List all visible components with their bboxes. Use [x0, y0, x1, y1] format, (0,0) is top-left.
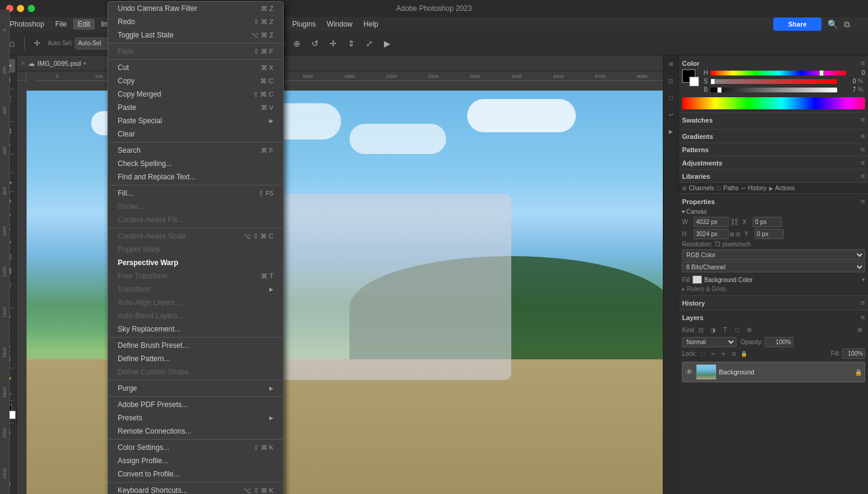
ctx-search-shortcut: ⌘ F [261, 147, 273, 155]
ctx-paste[interactable]: Paste ⌘ V [108, 101, 283, 114]
ctx-cut[interactable]: Cut ⌘ X [108, 61, 283, 74]
ctx-transform[interactable]: Transform ▶ [108, 283, 283, 296]
sep-10 [108, 482, 283, 483]
ctx-copy[interactable]: Copy ⌘ C [108, 74, 283, 88]
ctx-free-transform-label: Free Transform [118, 272, 167, 280]
sep-2 [108, 59, 283, 60]
ctx-content-aware-fill-label: Content-Aware Fill... [118, 216, 183, 224]
ctx-pdf-presets[interactable]: Adobe PDF Presets... [108, 398, 283, 411]
ctx-free-transform[interactable]: Free Transform ⌘ T [108, 269, 283, 283]
transform-arrow: ▶ [269, 286, 273, 292]
ctx-define-brush-label: Define Brush Preset... [118, 341, 188, 350]
ctx-pdf-presets-label: Adobe PDF Presets... [118, 400, 188, 409]
ctx-fill[interactable]: Fill... ⇧ F5 [108, 187, 283, 200]
ctx-fill-shortcut: ⇧ F5 [258, 190, 273, 197]
ctx-content-aware-scale[interactable]: Content-Aware Scale ⌥ ⇧ ⌘ C [108, 229, 283, 243]
ctx-define-shape-label: Define Custom Shape... [118, 368, 194, 376]
ctx-remote-connections-label: Remote Connections... [118, 427, 191, 435]
paste-special-arrow: ▶ [269, 118, 273, 124]
ctx-paste-label: Paste [118, 103, 136, 112]
ctx-perspective-warp-label: Perspective Warp [118, 258, 178, 267]
ctx-copy-merged-shortcut: ⇧ ⌘ C [253, 91, 273, 98]
ctx-find-replace[interactable]: Find and Replace Text... [108, 170, 283, 184]
ctx-paste-shortcut: ⌘ V [261, 104, 273, 112]
ctx-copy-shortcut: ⌘ C [260, 77, 273, 85]
ctx-keyboard-shortcuts-shortcut: ⌥ ⇧ ⌘ K [243, 487, 273, 495]
ctx-search[interactable]: Search ⌘ F [108, 144, 283, 157]
ctx-convert-profile[interactable]: Convert to Profile... [108, 467, 283, 481]
ctx-check-spelling[interactable]: Check Spelling... [108, 157, 283, 170]
ctx-paste-special[interactable]: Paste Special ▶ [108, 114, 283, 127]
ctx-auto-blend-label: Auto-Blend Layers... [118, 312, 183, 320]
sep-4 [108, 185, 283, 185]
presets-arrow: ▶ [269, 415, 273, 421]
ctx-auto-blend[interactable]: Auto-Blend Layers... [108, 309, 283, 322]
context-menu-overlay: Undo Camera Raw Filter ⌘ Z Redo ⇧ ⌘ Z To… [0, 56, 868, 494]
ctx-keyboard-shortcuts-label: Keyboard Shortcuts... [118, 486, 187, 494]
ctx-assign-profile[interactable]: Assign Profile... [108, 454, 283, 467]
ctx-content-aware-scale-label: Content-Aware Scale [118, 232, 186, 240]
ctx-define-pattern[interactable]: Define Pattern... [108, 352, 283, 365]
ctx-paste-special-label: Paste Special [118, 117, 162, 125]
ctx-presets-label: Presets [118, 414, 142, 422]
ctx-transform-label: Transform [118, 285, 150, 294]
ctx-fill-label: Fill... [118, 189, 133, 197]
ctx-clear[interactable]: Clear [108, 127, 283, 141]
ctx-assign-profile-label: Assign Profile... [118, 457, 168, 465]
ctx-define-pattern-label: Define Pattern... [118, 354, 170, 363]
ctx-check-spelling-label: Check Spelling... [118, 159, 172, 168]
ctx-content-aware-scale-shortcut: ⌥ ⇧ ⌘ C [243, 233, 273, 240]
ctx-purge[interactable]: Purge ▶ [108, 382, 283, 395]
ctx-auto-align[interactable]: Auto-Align Layers... [108, 296, 283, 309]
ctx-free-transform-shortcut: ⌘ T [261, 272, 273, 280]
sep-8 [108, 396, 283, 397]
ctx-stroke[interactable]: Stroke... [108, 200, 283, 213]
ctx-cut-label: Cut [118, 63, 129, 72]
ctx-search-label: Search [118, 146, 141, 155]
ctx-sky-replacement-label: Sky Replacement... [118, 325, 180, 333]
sep-3 [108, 142, 283, 143]
context-menu: Undo Camera Raw Filter ⌘ Z Redo ⇧ ⌘ Z To… [107, 56, 284, 494]
ctx-define-shape[interactable]: Define Custom Shape... [108, 365, 283, 379]
ctx-puppet-warp-label: Puppet Warp [118, 245, 160, 254]
ctx-puppet-warp[interactable]: Puppet Warp [108, 243, 283, 256]
workspace: ✛ ⊞ ⬚ ⌇ ⊡ ✦ ⌗ ⌲ ⊕ ✏ ⍟ ↩ ◫ ▤ ◌ ○ ✒ T ↖ □ [0, 56, 868, 494]
ctx-convert-profile-label: Convert to Profile... [118, 470, 180, 478]
ctx-color-settings[interactable]: Color Settings... ⇧ ⌘ K [108, 441, 283, 454]
app: Adobe Photoshop 2023 Photoshop File Edit… [0, 0, 868, 494]
ctx-sky-replacement[interactable]: Sky Replacement... [108, 322, 283, 336]
ctx-fade[interactable]: Fade... ⇧ ⌘ F [108, 56, 283, 58]
ctx-perspective-warp[interactable]: Perspective Warp [108, 256, 283, 269]
ctx-presets[interactable]: Presets ▶ [108, 411, 283, 425]
ctx-auto-align-label: Auto-Align Layers... [118, 298, 181, 307]
ctx-copy-merged-label: Copy Merged [118, 90, 161, 98]
purge-arrow: ▶ [269, 385, 273, 391]
ctx-keyboard-shortcuts[interactable]: Keyboard Shortcuts... ⌥ ⇧ ⌘ K [108, 484, 283, 494]
ctx-color-settings-label: Color Settings... [118, 443, 169, 452]
ctx-define-brush[interactable]: Define Brush Preset... [108, 339, 283, 352]
ctx-remote-connections[interactable]: Remote Connections... [108, 425, 283, 438]
ctx-copy-merged[interactable]: Copy Merged ⇧ ⌘ C [108, 88, 283, 101]
sep-6 [108, 337, 283, 338]
ctx-color-settings-shortcut: ⇧ ⌘ K [254, 444, 273, 452]
ctx-stroke-label: Stroke... [118, 202, 145, 211]
ctx-find-replace-label: Find and Replace Text... [118, 173, 196, 181]
ctx-purge-label: Purge [118, 384, 137, 393]
ctx-content-aware-fill[interactable]: Content-Aware Fill... [108, 213, 283, 226]
ctx-clear-label: Clear [118, 130, 135, 138]
sep-7 [108, 380, 283, 380]
sep-9 [108, 439, 283, 440]
ctx-copy-label: Copy [118, 77, 135, 85]
ctx-cut-shortcut: ⌘ X [261, 64, 273, 72]
sep-5 [108, 228, 283, 228]
